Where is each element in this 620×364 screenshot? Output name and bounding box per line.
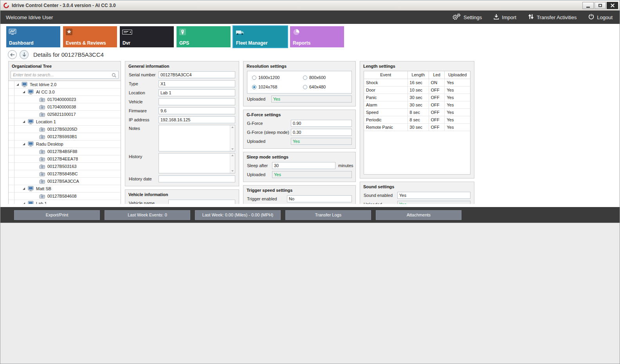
textarea-scrollbar[interactable] [230, 125, 235, 151]
last-week-miles-button[interactable]: Last Week: 0.00 (Miles) - 0.00 (MPH) [195, 210, 281, 220]
tree-device-row[interactable]: 00127B50205D [9, 126, 121, 133]
tree-device-row[interactable]: 017040000038 [9, 103, 121, 111]
history-textarea[interactable] [159, 153, 230, 173]
length-column-header[interactable]: Led [429, 71, 445, 79]
tree-group-row[interactable]: Location 1 [9, 118, 121, 126]
tree-row-content: 017040000023 [14, 96, 121, 103]
serial-number-input[interactable] [159, 71, 235, 78]
gps-pin-icon [179, 28, 187, 36]
history-date-input[interactable] [159, 175, 235, 182]
last-week-events-button[interactable]: Last Week Events: 0 [105, 210, 190, 220]
tree-group-row[interactable]: Radu Desktop [9, 141, 121, 148]
minimize-button[interactable] [582, 2, 594, 9]
tree-expander-icon[interactable] [23, 143, 25, 145]
length-table-row[interactable]: Door10 secOFFYes [364, 86, 470, 94]
tree-expander-icon[interactable] [23, 121, 25, 123]
length-column-header[interactable]: Length [407, 71, 429, 79]
sound-enabled-input[interactable] [397, 192, 470, 199]
trigger-enabled-input[interactable] [287, 195, 352, 202]
scroll-up-icon[interactable] [231, 155, 234, 156]
tree-node-label: 00127B503163 [47, 164, 77, 169]
bottom-action-bar: Export/Print Last Week Events: 0 Last We… [0, 207, 620, 223]
tree-device-row[interactable]: 00127B4EEA78 [9, 155, 121, 163]
vehicle-input[interactable] [159, 98, 235, 105]
radio-option-1600x1200[interactable]: 1600x1200 [252, 75, 300, 80]
tree-search-input[interactable] [11, 71, 119, 79]
length-table-row[interactable]: Panic30 secOFFYes [364, 94, 470, 101]
tree-node-label: 017040000023 [47, 97, 76, 102]
field-label: History [129, 153, 157, 159]
tree-group-row[interactable]: Test Idrive 2.0 [9, 81, 121, 88]
tree-device-row[interactable]: 00127B5A3CCA [9, 178, 121, 185]
firmware-input[interactable] [159, 107, 235, 114]
tree-device-row[interactable]: 00127B5993B1 [9, 133, 121, 141]
ip-address-input[interactable] [159, 116, 235, 123]
main-content: Organizational Tree Test Idrive 2.0AI CC… [0, 61, 620, 204]
tab-dvr[interactable]: Dvr [120, 26, 174, 47]
tab-events-reviews[interactable]: Events & Reviews [63, 26, 117, 47]
tree-group-row[interactable]: Lab 1 [9, 200, 121, 204]
transfer-activities-button[interactable]: Transfer Activities [528, 14, 577, 21]
type-input[interactable] [159, 80, 235, 87]
scroll-down-icon[interactable] [231, 148, 234, 150]
tab-dashboard[interactable]: Dashboard [6, 26, 60, 47]
field-label: IP address [129, 117, 157, 122]
tree-device-row[interactable]: 025821100017 [9, 111, 121, 118]
radio-button[interactable] [303, 85, 307, 89]
g-force-sleep-mode-input[interactable] [291, 129, 352, 136]
length-table-row[interactable]: Shock16 secONYes [364, 79, 470, 86]
resolution-uploaded-input[interactable] [271, 96, 352, 103]
scroll-down-button[interactable] [20, 50, 29, 59]
back-button[interactable] [8, 50, 17, 59]
radio-button[interactable] [252, 76, 256, 80]
search-icon[interactable] [112, 72, 117, 79]
textarea-scrollbar[interactable] [230, 153, 235, 173]
tree-expander-icon[interactable] [23, 91, 25, 93]
length-column-header[interactable]: Uploaded [445, 71, 470, 79]
resolution-radio-group: 1600x1200800x6001024x768640x480 [247, 71, 352, 94]
length-cell: ON [429, 79, 445, 86]
radio-button[interactable] [252, 85, 256, 89]
tree-group-row[interactable]: AI CC 3.0 [9, 88, 121, 96]
tree-device-row[interactable]: 00127B503163 [9, 163, 121, 170]
tree-expander-icon[interactable] [23, 187, 25, 190]
tree-device-row[interactable]: 017040000023 [9, 96, 121, 103]
vehicle-name-input[interactable] [168, 200, 235, 204]
settings-button[interactable]: Settings [452, 13, 482, 21]
tree-expander-icon[interactable] [16, 83, 19, 86]
length-table-row[interactable]: Speed8 secOFFYes [364, 108, 470, 116]
tree-expander-icon[interactable] [23, 202, 25, 204]
import-button[interactable]: Import [494, 14, 516, 21]
uploaded-input[interactable] [291, 138, 352, 145]
tree-device-row[interactable]: 00127B4B5F88 [9, 148, 121, 155]
export-print-button[interactable]: Export/Print [14, 210, 100, 220]
tree-device-row[interactable]: 00127B5845BC [9, 170, 121, 178]
attachments-button[interactable]: Attachments [376, 210, 461, 220]
radio-button[interactable] [303, 76, 307, 80]
scroll-up-icon[interactable] [231, 126, 234, 128]
maximize-button[interactable] [595, 2, 606, 9]
tree-row-content: 00127B503163 [14, 163, 121, 170]
radio-option-1024x768[interactable]: 1024x768 [252, 85, 300, 89]
radio-option-640x480[interactable]: 640x480 [303, 85, 347, 89]
notes-textarea[interactable] [159, 125, 230, 151]
sleep-after-input[interactable] [272, 162, 335, 169]
uploaded-input[interactable] [397, 201, 470, 204]
location-input[interactable] [159, 89, 235, 96]
logout-button[interactable]: Logout [588, 14, 613, 21]
radio-option-800x600[interactable]: 800x600 [303, 75, 347, 80]
close-button[interactable] [607, 2, 618, 9]
uploaded-input[interactable] [272, 171, 352, 178]
scroll-down-icon[interactable] [231, 170, 234, 172]
length-table-row[interactable]: Alarm30 secOFFYes [364, 101, 470, 108]
tab-reports[interactable]: Reports [290, 26, 344, 47]
tree-device-row[interactable]: 00127B584608 [9, 193, 121, 200]
tab-fleet-manager[interactable]: Fleet Manager [233, 26, 287, 47]
length-column-header[interactable]: Event [364, 71, 407, 79]
tree-group-row[interactable]: Matt SB [9, 185, 121, 193]
tab-gps[interactable]: GPS [177, 26, 231, 47]
length-table-row[interactable]: Periodic8 secOFFYes [364, 116, 470, 123]
g-force-input[interactable] [291, 120, 352, 127]
transfer-logs-button[interactable]: Transfer Logs [285, 210, 371, 220]
length-table-row[interactable]: Remote Panic30 secOFFYes [364, 123, 470, 131]
